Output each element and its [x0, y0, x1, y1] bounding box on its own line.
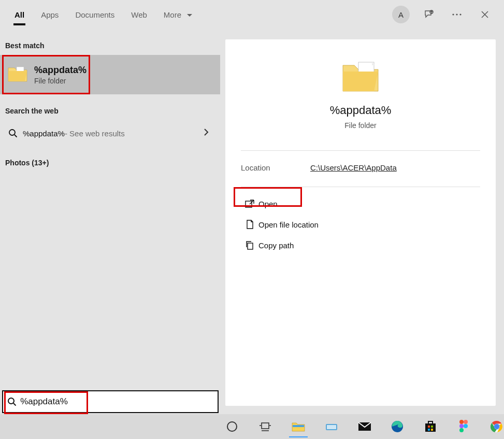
svg-point-33: [459, 424, 464, 428]
svg-point-3: [456, 13, 457, 15]
best-match-heading: Best match: [0, 29, 220, 55]
folder-icon: [7, 64, 34, 86]
search-body: Best match %appdata% File folder Search …: [0, 29, 504, 414]
web-search-result[interactable]: %appdata% - See web results: [0, 120, 220, 146]
svg-rect-20: [293, 425, 304, 427]
tab-more[interactable]: More: [155, 3, 201, 26]
app-icon-keyboard[interactable]: [324, 417, 339, 436]
figma-icon[interactable]: [456, 417, 471, 436]
svg-point-35: [459, 428, 464, 432]
preview-hero: %appdata% File folder: [225, 39, 496, 140]
microsoft-store-icon[interactable]: [423, 417, 438, 436]
header-right: A: [392, 6, 498, 23]
chevron-right-icon: [204, 128, 209, 138]
search-icon: [3, 397, 20, 406]
action-copy-path[interactable]: Copy path: [241, 235, 480, 256]
tab-apps[interactable]: Apps: [33, 3, 67, 26]
location-path-link[interactable]: C:\Users\ACER\AppData: [310, 163, 397, 172]
svg-rect-11: [246, 201, 252, 207]
best-match-subtitle: File folder: [34, 77, 87, 85]
search-web-heading: Search the web: [0, 94, 220, 120]
chrome-icon[interactable]: [489, 417, 504, 436]
svg-point-13: [8, 398, 14, 404]
mail-icon[interactable]: [357, 417, 372, 436]
svg-rect-16: [262, 423, 269, 429]
copy-icon: [241, 240, 258, 250]
svg-rect-29: [428, 429, 430, 431]
photos-heading[interactable]: Photos (13+): [0, 146, 220, 172]
search-input[interactable]: [20, 396, 218, 407]
svg-point-15: [227, 422, 237, 431]
svg-point-1: [431, 11, 432, 12]
action-open-label: Open: [258, 200, 278, 208]
search-tabs: All Apps Documents Web More A: [0, 0, 504, 29]
location-label: Location: [241, 163, 310, 172]
tab-documents[interactable]: Documents: [67, 3, 123, 26]
feedback-icon[interactable]: [420, 6, 438, 23]
preview-title: %appdata%: [330, 104, 392, 117]
task-view-icon[interactable]: [258, 417, 272, 436]
svg-rect-28: [431, 426, 433, 428]
user-avatar[interactable]: A: [392, 6, 410, 23]
action-copy-path-label: Copy path: [258, 241, 294, 250]
open-location-icon: [241, 220, 258, 229]
best-match-result[interactable]: %appdata% File folder: [0, 55, 220, 94]
action-open-location-label: Open file location: [258, 220, 319, 229]
search-icon: [5, 129, 21, 138]
preview-subtitle: File folder: [344, 121, 376, 130]
web-result-hint: - See web results: [65, 129, 125, 138]
more-options-icon[interactable]: [448, 6, 466, 23]
windows-taskbar: [0, 414, 504, 439]
svg-rect-30: [431, 429, 433, 431]
chevron-down-icon: [186, 10, 193, 19]
svg-point-32: [464, 420, 468, 424]
svg-line-14: [13, 403, 16, 406]
svg-point-31: [459, 420, 464, 424]
svg-rect-22: [327, 425, 336, 429]
preview-pane: %appdata% File folder Location C:\Users\…: [225, 39, 496, 406]
action-open-location[interactable]: Open file location: [241, 214, 480, 235]
cortana-icon[interactable]: [225, 417, 239, 436]
taskbar-search-box[interactable]: [2, 390, 219, 413]
svg-line-9: [15, 135, 17, 137]
tab-web[interactable]: Web: [123, 3, 155, 26]
svg-point-4: [459, 13, 461, 15]
edge-icon[interactable]: [390, 417, 405, 436]
action-open[interactable]: Open: [241, 193, 480, 214]
tab-more-label: More: [164, 10, 181, 19]
best-match-text: %appdata% File folder: [34, 65, 87, 85]
svg-point-8: [9, 130, 15, 135]
windows-search-panel: All Apps Documents Web More A: [0, 0, 504, 414]
tab-all[interactable]: All: [6, 3, 33, 26]
svg-rect-12: [248, 243, 253, 249]
folder-icon: [341, 58, 380, 104]
file-explorer-icon[interactable]: [291, 417, 306, 436]
svg-point-39: [495, 424, 499, 429]
best-match-title: %appdata%: [34, 65, 87, 76]
svg-rect-25: [425, 423, 436, 432]
svg-point-2: [452, 13, 454, 15]
location-row: Location C:\Users\ACER\AppData: [225, 151, 496, 176]
preview-actions: Open Open file location: [241, 187, 480, 256]
results-column: Best match %appdata% File folder Search …: [0, 29, 220, 414]
open-icon: [241, 200, 258, 208]
svg-rect-27: [428, 426, 430, 428]
web-result-term: %appdata%: [23, 129, 65, 138]
close-icon[interactable]: [476, 6, 494, 23]
svg-rect-26: [428, 421, 433, 424]
svg-point-34: [464, 424, 468, 428]
